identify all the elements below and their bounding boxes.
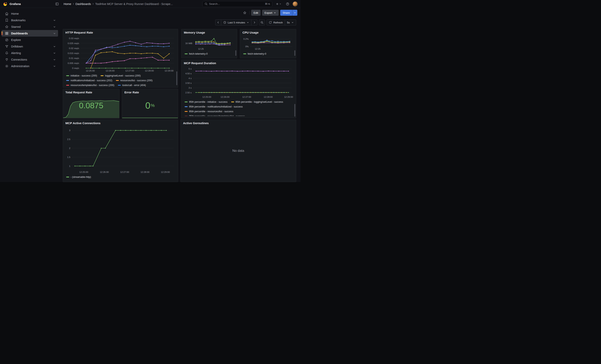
legend-item[interactable]: resources/list - success (200) <box>116 79 153 82</box>
legend-color-marker <box>231 101 234 102</box>
legend-item[interactable]: - (streamable-http) <box>66 175 91 179</box>
sidebar-item-home[interactable]: Home <box>2 10 58 17</box>
legend-label: 95th percentile - notifications/initiali… <box>189 105 243 108</box>
sidebar-item-starred[interactable]: Starred <box>2 23 58 30</box>
refresh-button[interactable]: Refresh <box>267 20 285 25</box>
legend-scrollbar[interactable] <box>235 50 236 56</box>
panel-active-goroutines: Active Goroutines No data <box>180 120 296 182</box>
breadcrumb: Home Dashboards ToolHive MCP Server & Pr… <box>64 2 173 6</box>
legend-label: resources/templates/list - success (200) <box>70 84 114 87</box>
export-label: Export <box>265 11 272 14</box>
cpu-usage-chart[interactable]: 0.2%0%12:25 <box>242 35 294 51</box>
time-shift-back-button[interactable] <box>215 20 221 25</box>
no-data-message: No data <box>181 120 296 182</box>
http-request-rate-chart[interactable]: 0 req/s0.005 req/s0.01 req/s0.015 req/s0… <box>65 35 176 72</box>
chevron-down-icon[interactable] <box>53 51 56 55</box>
svg-text:0.025 req/s: 0.025 req/s <box>68 42 79 45</box>
chart-legend: fetch-telemetry-0 <box>242 51 293 56</box>
edit-button[interactable]: Edit <box>251 10 260 16</box>
sidebar-item-label: Alerting <box>11 51 21 55</box>
legend-item[interactable]: resources/templates/list - success (200) <box>66 83 114 87</box>
add-new-button[interactable] <box>274 1 283 7</box>
refresh-interval-button[interactable]: 5s <box>285 20 296 25</box>
svg-text:0.03 req/s: 0.03 req/s <box>69 37 79 39</box>
nav-right: ⌘+k <box>202 1 298 7</box>
sidebar-item-label: Explore <box>11 38 21 41</box>
legend-item[interactable]: 95th percentile - resources/list - succe… <box>185 109 233 113</box>
chevron-down-icon[interactable] <box>53 19 56 22</box>
svg-text:0.005 req/s: 0.005 req/s <box>68 62 79 64</box>
panel-title[interactable]: MCP Request Duration <box>184 61 216 65</box>
panel-title[interactable]: CPU Usage <box>242 31 259 34</box>
user-avatar[interactable] <box>292 1 298 7</box>
chevron-down-icon[interactable] <box>53 45 56 48</box>
legend-scrollbar[interactable] <box>176 71 177 85</box>
svg-text:12:28:00: 12:28:00 <box>145 69 154 72</box>
zoom-out-button[interactable] <box>259 20 265 25</box>
panel-title[interactable]: HTTP Request Rate <box>65 31 93 34</box>
legend-item[interactable]: notifications/initialized - success (202… <box>66 79 112 82</box>
svg-text:1: 1 <box>69 165 70 167</box>
sidebar-item-dashboards[interactable]: Dashboards <box>2 30 58 37</box>
legend-label: tools/call - error (404) <box>122 84 146 87</box>
svg-text:12:26:00: 12:26:00 <box>220 96 230 98</box>
search-bar[interactable]: ⌘+k <box>202 1 272 7</box>
breadcrumb-home[interactable]: Home <box>64 2 71 6</box>
mcp-active-connections-chart[interactable]: 11.522.5312:25:0012:26:0012:27:0012:28:0… <box>65 125 176 174</box>
star-icon <box>5 25 9 29</box>
svg-text:12:27:00: 12:27:00 <box>120 171 129 173</box>
sidebar-item-bookmarks[interactable]: Bookmarks <box>2 17 58 23</box>
grafana-logo-icon[interactable] <box>3 2 8 6</box>
plus-icon <box>276 2 279 6</box>
chevron-down-icon[interactable] <box>53 58 56 61</box>
legend-label: 95th percentile - initialize - success <box>189 100 228 103</box>
chevron-down-icon[interactable] <box>53 65 56 68</box>
legend-item[interactable]: fetch-telemetry-0 <box>185 52 208 56</box>
help-button[interactable] <box>285 1 290 7</box>
legend-item[interactable]: 95th percentile - resources/templates/li… <box>185 114 245 116</box>
share-button[interactable]: Share <box>280 10 297 16</box>
sidebar-item-explore[interactable]: Explore <box>2 37 58 43</box>
legend-label: - (streamable-http) <box>70 176 91 178</box>
chevron-down-icon[interactable] <box>53 32 56 35</box>
sidebar-item-alerting[interactable]: Alerting <box>2 50 58 56</box>
breadcrumb-dashboards[interactable]: Dashboards <box>76 2 91 6</box>
time-controls: Last 5 minutes Refresh 5s <box>215 20 296 25</box>
legend-item[interactable]: 95th percentile - initialize - success <box>185 100 228 104</box>
panel-title[interactable]: MCP Active Connections <box>65 121 100 125</box>
svg-text:12:28:00: 12:28:00 <box>264 96 273 98</box>
favorite-star-button[interactable] <box>242 10 248 16</box>
svg-text:0 req/s: 0 req/s <box>72 67 79 69</box>
panel-title[interactable]: Memory Usage <box>184 31 205 34</box>
dashboards-grid-icon <box>5 32 9 35</box>
legend-item[interactable]: tools/call - error (404) <box>118 83 146 87</box>
legend-scrollbar[interactable] <box>294 104 295 117</box>
sidebar-item-administration[interactable]: Administration <box>2 63 58 69</box>
home-icon <box>5 12 9 16</box>
share-menu-caret[interactable] <box>292 10 297 16</box>
star-icon <box>243 11 246 14</box>
legend-item[interactable]: 95th percentile - logging/setLevel - suc… <box>231 100 283 104</box>
legend-item[interactable]: logging/setLevel - success (200) <box>100 74 140 78</box>
legend-item[interactable]: initialize - success (200) <box>66 74 97 78</box>
time-shift-forward-button[interactable] <box>251 20 257 25</box>
chevron-right-icon <box>92 3 94 5</box>
chevron-down-icon[interactable] <box>53 25 56 29</box>
svg-text:4 s: 4 s <box>189 77 192 79</box>
sidebar-item-connections[interactable]: Connections <box>2 56 58 63</box>
dock-sidebar-icon[interactable] <box>54 1 60 7</box>
legend-scrollbar[interactable] <box>294 50 295 56</box>
share-label[interactable]: Share <box>280 10 292 16</box>
time-range-group: Last 5 minutes <box>215 20 258 25</box>
gear-icon <box>5 64 9 68</box>
export-button[interactable]: Export <box>262 10 279 16</box>
sidebar-item-drilldown[interactable]: Drilldown <box>2 43 58 50</box>
legend-label: resources/list - success (200) <box>120 79 153 82</box>
legend-item[interactable]: 95th percentile - notifications/initiali… <box>185 105 243 108</box>
legend-item[interactable]: fetch-telemetry-0 <box>243 52 266 56</box>
chart-legend: - (streamable-http) <box>65 175 175 179</box>
mcp-request-duration-chart[interactable]: 5 s4.50 s4 s3.50 s3 s2.50 s12:25:0012:26… <box>184 65 294 99</box>
time-range-picker-button[interactable]: Last 5 minutes <box>221 20 252 25</box>
search-input[interactable] <box>209 2 263 5</box>
memory-usage-chart[interactable]: 16 MiB12:25 <box>184 35 235 51</box>
